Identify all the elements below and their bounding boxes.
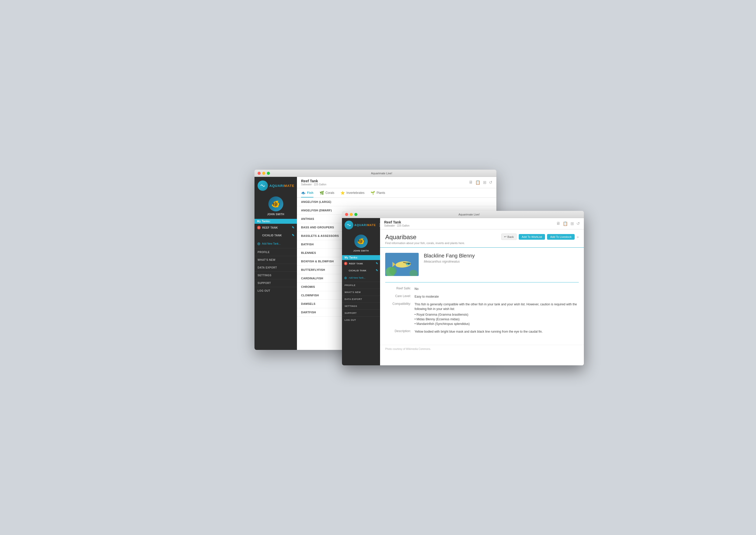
- tab-fish-back[interactable]: 🐟 Fish: [301, 191, 313, 197]
- logo-text-back: AQUARIMATE: [269, 184, 294, 188]
- corals-tab-icon-back: 🌿: [320, 191, 324, 195]
- fish-info: Blackline Fang Blenny Meiacanthus nigrol…: [424, 253, 475, 276]
- maximize-button-back[interactable]: [267, 172, 270, 175]
- bookmark-icon-back[interactable]: 📋: [475, 180, 480, 185]
- fish-detail-content: Blackline Fang Blenny Meiacanthus nigrol…: [380, 248, 584, 342]
- header-icons-front: 🖥 📋 ⊞ ↺: [556, 221, 580, 226]
- reef-tank-item-back[interactable]: 3 REEF TANK ✎: [255, 224, 297, 232]
- nav-profile-front[interactable]: PROFILE: [342, 282, 380, 289]
- monitor-icon-front[interactable]: 🖥: [556, 221, 560, 226]
- aquaribase-title: Aquaribase: [385, 234, 465, 241]
- user-profile-back: 🐠 JOHN SMITH: [255, 193, 297, 219]
- fish-tab-label-back: Fish: [307, 191, 313, 195]
- close-button-front[interactable]: [345, 213, 348, 216]
- minimize-button-front[interactable]: [350, 213, 353, 216]
- add-wishlist-button[interactable]: Add To WishList: [519, 234, 545, 240]
- titlebar-front: Aquarimate Live!: [342, 211, 584, 218]
- nav-support-back[interactable]: SUPPORT: [255, 279, 297, 287]
- close-button-back[interactable]: [257, 172, 261, 175]
- nav-logout-back[interactable]: LOG OUT: [255, 287, 297, 295]
- compat-value: This fish is generally compatible with t…: [415, 302, 578, 329]
- reef-tank-edit-back[interactable]: ✎: [292, 226, 295, 229]
- tab-plants-back[interactable]: 🌱 Plants: [370, 191, 385, 197]
- reef-tank-name-back: REEF TANK: [262, 226, 278, 229]
- add-tank-icon-back: ⊕: [257, 241, 260, 246]
- maximize-button-front[interactable]: [354, 213, 357, 216]
- compat-item: Midas Blenny (Ecsenius midas): [415, 317, 578, 322]
- my-tanks-label-front: My Tanks:: [342, 255, 380, 260]
- tank-subtitle-back: Saltwater · 225 Gallon: [301, 183, 466, 186]
- nav-settings-front[interactable]: SETTINGS: [342, 302, 380, 309]
- invert-tab-icon-back: ⭐: [340, 191, 345, 195]
- main-header-back: Reef Tank Saltwater · 225 Gallon 🖥 📋 ⊞ ↺: [297, 177, 496, 188]
- cichlid-tank-item-front[interactable]: CICHLID TANK ✎: [342, 267, 380, 274]
- compat-item: Mandarinfish (Synchiropus splendidus): [415, 322, 578, 326]
- desc-value: Yellow bodied with bright blue mask and …: [415, 329, 578, 336]
- nav-settings-back[interactable]: SETTINGS: [255, 271, 297, 279]
- bookmark-icon-front[interactable]: 📋: [563, 221, 568, 226]
- list-item[interactable]: ANGELFISH (LARGE): [297, 198, 496, 206]
- nav-whatsnew-front[interactable]: WHAT'S NEW: [342, 289, 380, 296]
- back-button[interactable]: ↩ Back: [501, 234, 516, 240]
- add-tank-back[interactable]: ⊕ Add New Tank...: [255, 239, 297, 248]
- titlebar-title-front: Aquarimate Live!: [357, 213, 581, 216]
- grid-icon-back[interactable]: ⊞: [483, 180, 486, 185]
- plants-tab-icon-back: 🌱: [370, 191, 375, 195]
- username-front: JOHN SMITH: [353, 249, 369, 252]
- care-label: Care Level:: [386, 294, 414, 301]
- aquaribase-subtitle: Find information about your fish, corals…: [385, 241, 465, 244]
- fish-image: [385, 253, 418, 276]
- back-arrow-icon: ↩: [504, 235, 506, 239]
- fish-details-table: Reef Safe: No Care Level: Easy to modera…: [385, 286, 579, 337]
- titlebar-title-back: Aquarimate Live!: [270, 172, 493, 175]
- fish-tab-icon-back: 🐟: [301, 191, 306, 195]
- nav-profile-back[interactable]: PROFILE: [255, 248, 297, 256]
- tab-invertebrates-back[interactable]: ⭐ Invertebrates: [340, 191, 364, 197]
- compat-list: Royal Gramma (Gramma brasiliensis) Midas…: [415, 312, 578, 326]
- reef-tank-name-front: REEF TANK: [349, 262, 363, 265]
- detail-panel: Aquaribase Find information about your f…: [380, 229, 584, 365]
- corals-tab-label-back: Corals: [326, 191, 335, 195]
- grid-icon-front[interactable]: ⊞: [571, 221, 574, 226]
- category-tabs-back: 🐟 Fish 🌿 Corals ⭐ Invertebrates 🌱 Plants: [297, 188, 496, 198]
- cichlid-tank-edit-front[interactable]: ✎: [376, 269, 378, 272]
- reef-tank-badge-front: 3: [344, 262, 347, 265]
- avatar-front: 🐠: [354, 235, 368, 248]
- monitor-icon-back[interactable]: 🖥: [469, 180, 473, 185]
- add-tank-front[interactable]: ⊕ Add New Tank...: [342, 274, 380, 282]
- logo-icon-back: [257, 181, 268, 191]
- compat-intro-text: This fish is generally compatible with t…: [415, 302, 577, 311]
- detail-area: Reef Tank Saltwater · 225 Gallon 🖥 📋 ⊞ ↺: [380, 218, 584, 365]
- reef-tank-item-front[interactable]: 3 REEF TANK ✎: [342, 260, 380, 267]
- nav-support-front[interactable]: SUPPORT: [342, 309, 380, 316]
- fish-card: Blackline Fang Blenny Meiacanthus nigrol…: [385, 253, 579, 276]
- nav-dataexport-front[interactable]: DATA EXPORT: [342, 296, 380, 302]
- refresh-icon-back[interactable]: ↺: [489, 180, 492, 185]
- nav-logout-front[interactable]: LOG OUT: [342, 316, 380, 324]
- add-tank-icon-front: ⊕: [344, 276, 347, 280]
- collapse-icon[interactable]: »: [577, 235, 579, 239]
- care-value: Easy to moderate: [415, 294, 578, 301]
- add-tank-label-front: Add New Tank...: [349, 276, 365, 279]
- nav-dataexport-back[interactable]: DATA EXPORT: [255, 264, 297, 271]
- reef-safe-label: Reef Safe:: [386, 287, 414, 294]
- my-tanks-label-back: My Tanks:: [255, 219, 297, 224]
- minimize-button-back[interactable]: [262, 172, 265, 175]
- logo-text-front: AQUARIMATE: [354, 223, 376, 227]
- cichlid-tank-edit-back[interactable]: ✎: [292, 234, 295, 237]
- nav-whatsnew-back[interactable]: WHAT'S NEW: [255, 256, 297, 264]
- sidebar-back: AQUARIMATE ☰ 🐠 JOHN SMITH My Tanks: 3 RE…: [255, 177, 297, 350]
- tank-name-back: Reef Tank: [301, 179, 466, 183]
- compat-label: Compatibility:: [386, 302, 414, 329]
- invert-tab-label-back: Invertebrates: [346, 191, 364, 195]
- add-livestock-button[interactable]: Add To Livestock: [547, 234, 575, 240]
- reef-tank-edit-front[interactable]: ✎: [376, 262, 378, 265]
- tab-corals-back[interactable]: 🌿 Corals: [320, 191, 335, 197]
- refresh-icon-front[interactable]: ↺: [577, 221, 580, 226]
- plants-tab-label-back: Plants: [376, 191, 385, 195]
- user-profile-front: 🐠 JOHN SMITH: [342, 232, 380, 255]
- compat-item: Royal Gramma (Gramma brasiliensis): [415, 312, 578, 317]
- tank-subtitle-front: Saltwater · 225 Gallon: [384, 224, 553, 227]
- cichlid-tank-item-back[interactable]: CICHLID TANK ✎: [255, 232, 297, 239]
- back-label: Back: [507, 235, 514, 239]
